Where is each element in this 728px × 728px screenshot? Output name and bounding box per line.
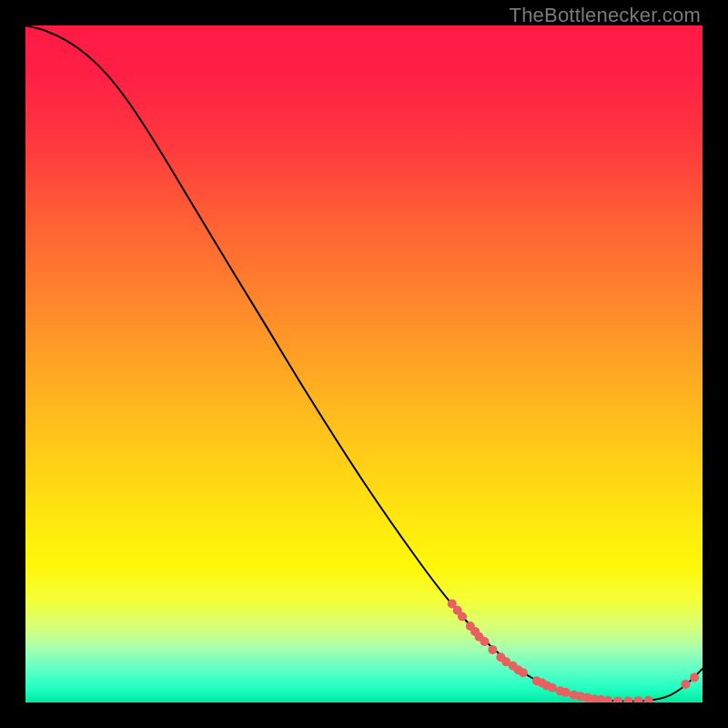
chart-data-point — [561, 688, 571, 697]
watermark-text: TheBottlenecker.com — [510, 4, 701, 27]
chart-data-point — [690, 672, 699, 682]
chart-data-point — [519, 668, 528, 677]
chart-background — [25, 25, 703, 703]
chart-data-point — [458, 612, 467, 622]
chart-data-point — [480, 637, 489, 646]
chart-plot-area — [25, 25, 703, 703]
chart-data-point — [548, 683, 557, 693]
chart-data-point — [488, 645, 497, 654]
chart-data-point — [681, 680, 690, 689]
chart-frame — [25, 25, 703, 703]
